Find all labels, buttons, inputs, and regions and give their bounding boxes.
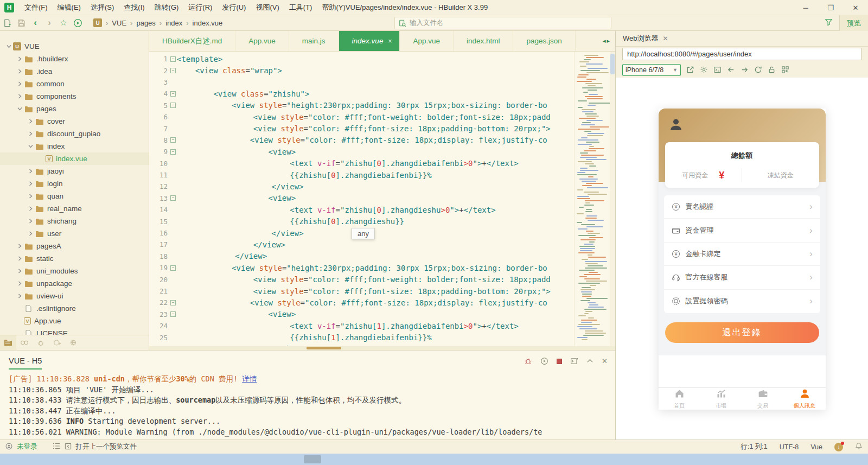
tree-item[interactable]: .idea <box>0 65 149 78</box>
previous-file-icon[interactable] <box>65 443 72 451</box>
detail-link[interactable]: 详情 <box>242 374 257 383</box>
phone-menu-item[interactable]: 設置提領密碼› <box>664 290 820 313</box>
tabbar-item[interactable]: 交易 <box>742 388 784 410</box>
tree-item[interactable]: unpackage <box>0 277 149 290</box>
tree-toggle-icon[interactable] <box>15 69 24 74</box>
browser-tab[interactable]: Web浏览器 ✕ <box>623 34 668 43</box>
bookmark-star-icon[interactable]: ☆ <box>56 18 71 28</box>
tree-toggle-icon[interactable] <box>26 131 35 136</box>
tree-item[interactable]: UVUE <box>0 40 149 53</box>
fold-icon[interactable]: − <box>170 311 176 317</box>
breadcrumb-item[interactable]: index.vue <box>193 19 223 27</box>
minimize-button[interactable]: ─ <box>793 0 818 15</box>
fold-icon[interactable]: − <box>170 195 176 201</box>
vertical-scrollbar[interactable] <box>610 52 615 346</box>
url-input[interactable] <box>622 48 861 60</box>
menu-item[interactable]: 编辑(E) <box>53 3 86 12</box>
forward-icon[interactable]: › <box>42 17 56 28</box>
device-select[interactable]: iPhone 6/7/8▼ <box>622 64 681 76</box>
console-icon[interactable] <box>713 66 722 74</box>
nav-forward-icon[interactable] <box>741 66 749 74</box>
run-icon[interactable] <box>71 18 85 28</box>
login-status[interactable]: 未登录 <box>17 442 37 451</box>
stop-icon[interactable] <box>557 359 562 364</box>
collapse-panel-icon[interactable] <box>586 358 593 365</box>
menu-item[interactable]: 视图(V) <box>251 3 284 12</box>
menu-item[interactable]: 工具(T) <box>284 3 317 12</box>
horizontal-scrollbar[interactable] <box>149 346 615 350</box>
editor-tab[interactable]: pages.json <box>513 31 575 51</box>
console-tab[interactable]: VUE - H5 <box>9 356 42 370</box>
refresh-icon[interactable] <box>754 66 762 74</box>
fold-icon[interactable]: − <box>170 91 176 97</box>
tree-item[interactable]: discount_gupiao <box>0 128 149 140</box>
tree-item[interactable]: .hbuilderx <box>0 53 149 65</box>
qr-code-icon[interactable] <box>781 66 789 74</box>
encoding-label[interactable]: UTF-8 <box>780 443 799 451</box>
nav-back-icon[interactable] <box>727 66 735 74</box>
debug-panel-icon[interactable] <box>33 335 49 351</box>
language-mode[interactable]: Vue <box>810 443 822 451</box>
tree-item[interactable]: login <box>0 177 149 190</box>
editor-tab[interactable]: App.vue <box>235 31 289 51</box>
debug-icon[interactable] <box>524 357 532 365</box>
tree-toggle-icon[interactable] <box>15 81 24 86</box>
editor-tab[interactable]: App.vue <box>400 31 454 51</box>
tree-item[interactable]: user <box>0 227 149 240</box>
close-button[interactable]: ✕ <box>843 0 868 15</box>
tab-scroll-arrows[interactable]: ◂▸ <box>603 31 615 51</box>
menu-item[interactable]: 运行(R) <box>183 3 217 12</box>
tree-item[interactable]: cover <box>0 115 149 128</box>
tree-toggle-icon[interactable] <box>15 244 24 249</box>
tabbar-item[interactable]: 個人訊息 <box>784 388 826 410</box>
tree-toggle-icon[interactable] <box>26 144 35 149</box>
files-panel-icon[interactable] <box>0 335 16 351</box>
tree-item[interactable]: LICENSE <box>0 327 149 335</box>
taskbar-item[interactable] <box>304 455 321 463</box>
tree-item[interactable]: uview-ui <box>0 290 149 302</box>
fold-icon[interactable]: − <box>170 265 176 271</box>
file-search-input[interactable]: 输入文件名 <box>394 17 611 29</box>
breadcrumb-item[interactable]: index <box>165 19 182 27</box>
user-status-icon[interactable] <box>5 443 12 451</box>
preview-button[interactable]: 预览 <box>839 15 868 31</box>
avatar-icon[interactable] <box>668 117 684 135</box>
editor-tab[interactable]: index.vue× <box>339 31 400 51</box>
tree-item[interactable]: pagesA <box>0 240 149 252</box>
open-previous-label[interactable]: 打开上一个预览文件 <box>76 442 137 451</box>
editor-tab[interactable]: HBuilderX自述.md <box>149 31 235 51</box>
tree-item[interactable]: jiaoyi <box>0 165 149 177</box>
tree-item[interactable]: static <box>0 252 149 265</box>
git-panel-icon[interactable] <box>49 335 65 351</box>
tree-toggle-icon[interactable] <box>4 44 13 49</box>
save-icon[interactable] <box>14 19 28 27</box>
breadcrumb-item[interactable]: VUE <box>112 19 126 27</box>
menu-item[interactable]: 查找(I) <box>119 3 149 12</box>
tabbar-item[interactable]: 市場 <box>700 388 742 410</box>
tree-item[interactable]: VApp.vue <box>0 315 149 327</box>
tree-item[interactable]: common <box>0 78 149 90</box>
new-terminal-icon[interactable] <box>570 357 578 365</box>
tree-toggle-icon[interactable] <box>26 194 35 199</box>
fold-icon[interactable]: − <box>170 103 176 108</box>
outline-list-icon[interactable] <box>53 443 60 451</box>
tree-item[interactable]: pages <box>0 103 149 115</box>
tree-toggle-icon[interactable] <box>15 106 24 111</box>
menu-item[interactable]: 跳转(G) <box>150 3 184 12</box>
code-editor[interactable]: 1−<template>2− <view class="wrap">34− <v… <box>149 52 574 346</box>
menu-item[interactable]: 发行(U) <box>217 3 251 12</box>
minimap[interactable] <box>574 52 610 346</box>
close-icon[interactable]: × <box>388 37 392 45</box>
fold-icon[interactable]: − <box>170 149 176 155</box>
tree-toggle-icon[interactable] <box>26 119 35 124</box>
menu-item[interactable]: 选择(S) <box>86 3 119 12</box>
tree-toggle-icon[interactable] <box>15 294 24 298</box>
tree-toggle-icon[interactable] <box>15 269 24 273</box>
tree-item[interactable]: index <box>0 140 149 152</box>
tree-toggle-icon[interactable] <box>26 169 35 174</box>
cloud-panel-icon[interactable] <box>65 335 81 351</box>
search-panel-icon[interactable] <box>16 335 33 351</box>
tabbar-item[interactable]: 首頁 <box>659 388 700 410</box>
tree-item[interactable]: components <box>0 90 149 103</box>
tree-toggle-icon[interactable] <box>26 181 35 186</box>
